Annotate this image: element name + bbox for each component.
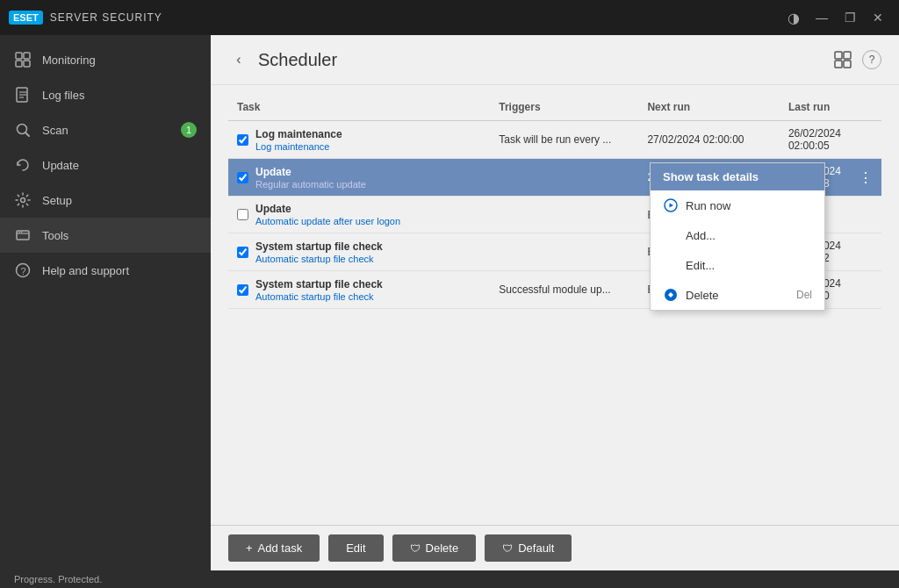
- update-icon: [14, 156, 32, 174]
- add-label: Add...: [686, 229, 716, 242]
- row1-task-name: Log maintenance: [255, 128, 342, 140]
- add-task-icon: +: [246, 541, 253, 555]
- restore-button[interactable]: ❐: [838, 5, 862, 30]
- svg-point-10: [21, 198, 25, 203]
- scheduler-table-container: Task Triggers Next run Last run: [211, 85, 899, 525]
- col-last-run: Last run: [780, 94, 850, 121]
- help-button[interactable]: ?: [862, 50, 881, 69]
- col-task: Task: [228, 94, 490, 121]
- edit-label: Edit...: [686, 259, 715, 272]
- sidebar-item-log-files[interactable]: Log files: [0, 77, 211, 112]
- row1-task-subtitle: Log maintenance: [255, 141, 342, 152]
- row1-checkbox[interactable]: [237, 134, 248, 146]
- help-label: Help and support: [42, 264, 129, 277]
- delete-shield-icon: 🛡: [410, 542, 421, 555]
- help-icon: ?: [14, 262, 32, 279]
- minimize-button[interactable]: —: [809, 5, 834, 30]
- log-files-icon: [14, 86, 32, 104]
- status-text: Progress. Protected.: [14, 574, 102, 584]
- row5-task-name: System startup file check: [255, 278, 383, 290]
- svg-rect-20: [844, 61, 851, 68]
- context-menu-show-task-details[interactable]: Show task details: [651, 163, 824, 190]
- update-label: Update: [42, 159, 79, 172]
- default-label: Default: [518, 541, 554, 555]
- sidebar-item-setup[interactable]: Setup: [0, 183, 211, 218]
- context-menu-delete[interactable]: Delete Del: [651, 280, 824, 310]
- row5-task-subtitle: Automatic startup file check: [255, 291, 383, 302]
- back-button[interactable]: ‹: [228, 49, 249, 70]
- context-menu: Show task details Run now Add...: [650, 162, 825, 311]
- svg-rect-1: [24, 53, 30, 59]
- svg-rect-19: [835, 61, 842, 68]
- row4-task-name: System startup file check: [255, 240, 383, 253]
- scan-icon: [14, 121, 32, 139]
- row1-last-run: 26/02/2024 02:00:05: [780, 121, 850, 159]
- context-menu-run-now[interactable]: Run now: [651, 190, 824, 220]
- row3-checkbox[interactable]: [237, 209, 248, 220]
- contrast-icon[interactable]: ◑: [781, 5, 806, 30]
- sidebar-item-scan[interactable]: Scan 1: [0, 112, 211, 147]
- status-bar: Progress. Protected.: [0, 570, 899, 588]
- row4-task-subtitle: Automatic startup file check: [255, 254, 383, 264]
- row3-triggers: [490, 197, 638, 233]
- view-toggle-button[interactable]: [831, 47, 855, 72]
- svg-point-14: [21, 232, 23, 233]
- monitoring-icon: [14, 51, 32, 68]
- delete-label: Delete: [686, 289, 719, 302]
- row2-actions-button[interactable]: ⋮: [859, 170, 873, 185]
- row3-task-subtitle: Automatic update after user logon: [255, 216, 400, 226]
- edit-button[interactable]: Edit: [328, 534, 383, 562]
- table-row[interactable]: Log maintenance Log maintenance Task wil…: [228, 121, 881, 159]
- svg-rect-2: [16, 61, 22, 67]
- main-layout: Monitoring Log files Scan 1: [0, 35, 899, 570]
- window-controls: ◑ — ❐ ✕: [781, 5, 890, 30]
- svg-rect-0: [16, 53, 22, 59]
- delete-shortcut: Del: [796, 289, 812, 301]
- setup-label: Setup: [42, 194, 72, 207]
- svg-point-13: [18, 232, 20, 233]
- run-now-icon: [663, 197, 679, 213]
- eset-brand: ESET: [9, 11, 43, 25]
- tools-icon: [14, 226, 32, 244]
- sidebar-item-update[interactable]: Update: [0, 147, 211, 183]
- row2-triggers: [490, 159, 638, 197]
- show-task-details-label: Show task details: [663, 170, 759, 183]
- tools-label: Tools: [42, 229, 68, 242]
- delete-icon: [663, 287, 679, 303]
- default-shield-icon: 🛡: [502, 542, 513, 555]
- row4-triggers: [490, 233, 638, 271]
- row4-checkbox[interactable]: [237, 247, 248, 258]
- context-menu-edit[interactable]: Edit...: [651, 250, 824, 280]
- col-next-run: Next run: [638, 94, 779, 121]
- default-button[interactable]: 🛡 Default: [485, 534, 572, 562]
- add-task-label: Add task: [258, 541, 303, 555]
- context-menu-add[interactable]: Add...: [651, 220, 824, 250]
- sidebar-item-tools[interactable]: Tools: [0, 218, 211, 253]
- log-files-label: Log files: [42, 89, 84, 102]
- monitoring-label: Monitoring: [42, 54, 96, 67]
- content-area: ‹ Scheduler ? Task: [211, 35, 899, 570]
- delete-button[interactable]: 🛡 Delete: [392, 534, 477, 562]
- row5-checkbox[interactable]: [237, 284, 248, 296]
- scan-badge: 1: [181, 122, 197, 138]
- setup-icon: [14, 191, 32, 209]
- row2-task-subtitle: Regular automatic update: [255, 179, 366, 190]
- scan-label: Scan: [42, 124, 68, 137]
- sidebar-item-monitoring[interactable]: Monitoring: [0, 42, 211, 77]
- app-title: SERVER SECURITY: [50, 11, 162, 24]
- svg-text:?: ?: [21, 266, 26, 276]
- row2-task-name: Update: [255, 166, 366, 178]
- page-header: ‹ Scheduler ?: [211, 35, 899, 85]
- run-now-label: Run now: [686, 199, 730, 212]
- svg-rect-18: [844, 52, 851, 59]
- close-button[interactable]: ✕: [866, 5, 890, 30]
- add-task-button[interactable]: + Add task: [228, 534, 320, 562]
- sidebar: Monitoring Log files Scan 1: [0, 35, 211, 570]
- sidebar-item-help[interactable]: ? Help and support: [0, 253, 211, 288]
- svg-rect-11: [17, 231, 29, 240]
- row1-next-run: 27/02/2024 02:00:00: [638, 121, 779, 159]
- header-actions: ?: [831, 47, 881, 72]
- page-title: Scheduler: [258, 50, 822, 70]
- row5-triggers: Successful module up...: [490, 271, 638, 309]
- row2-checkbox[interactable]: [237, 172, 248, 183]
